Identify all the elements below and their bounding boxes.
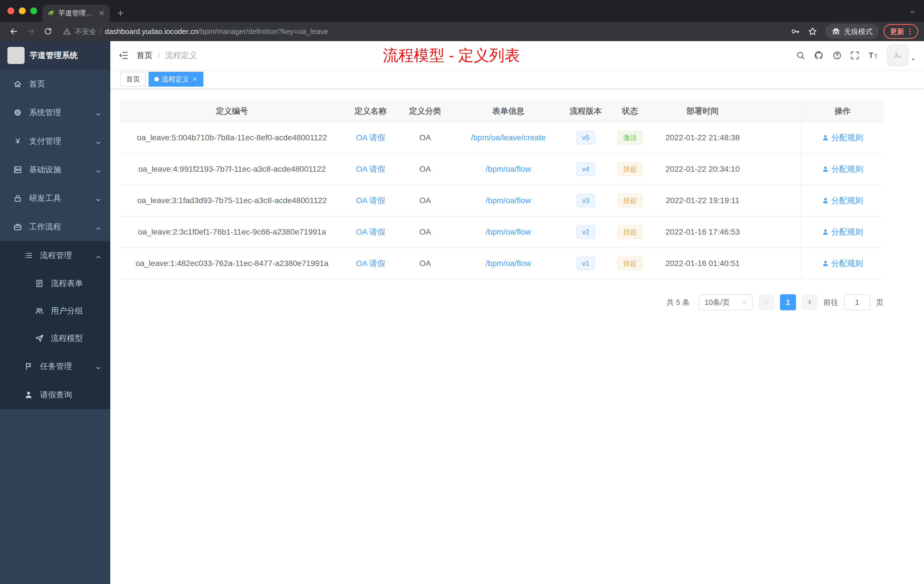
gear-icon bbox=[13, 108, 22, 117]
fullscreen-icon[interactable] bbox=[850, 51, 860, 60]
chevron-up-icon bbox=[95, 252, 102, 261]
goto-page-input[interactable] bbox=[844, 294, 870, 310]
app-logo[interactable]: 芋道管理系统 bbox=[0, 41, 110, 70]
chevron-down-icon bbox=[95, 195, 102, 204]
window-minimize-button[interactable] bbox=[19, 7, 26, 14]
browser-menu-kebab-icon[interactable] bbox=[906, 27, 914, 35]
reload-button[interactable] bbox=[40, 23, 56, 40]
sidebar-item-system-management[interactable]: 系统管理 bbox=[0, 98, 110, 127]
sidebar-item-task-management[interactable]: 任务管理 bbox=[0, 352, 110, 381]
sidebar-item-workflow[interactable]: 工作流程 bbox=[0, 213, 110, 241]
tab-close-icon[interactable] bbox=[98, 10, 105, 16]
yen-icon: ¥ bbox=[13, 137, 22, 146]
form-info-link[interactable]: /bpm/oa/flow bbox=[486, 259, 531, 268]
sidebar-item-label: 基础设施 bbox=[29, 164, 61, 175]
deploy-time: 2022-01-22 19:19:11 bbox=[666, 196, 739, 205]
definition-name-link[interactable]: OA 请假 bbox=[356, 132, 385, 143]
tab-title: 芋道管理系统 bbox=[58, 8, 95, 18]
process-form-icon bbox=[35, 279, 44, 288]
goto-label: 前往 bbox=[823, 297, 838, 307]
sidebar-item-label: 研发工具 bbox=[29, 193, 61, 204]
table-row: oa_leave:5:004b710b-7b8a-11ec-8ef0-acde4… bbox=[120, 122, 883, 154]
bookmark-star-button[interactable] bbox=[805, 23, 820, 40]
user-icon bbox=[822, 229, 829, 236]
assign-rule-link[interactable]: 分配规则 bbox=[822, 164, 863, 175]
chevron-down-icon bbox=[95, 363, 102, 372]
col-status: 状态 bbox=[607, 106, 653, 117]
window-zoom-button[interactable] bbox=[30, 7, 37, 14]
user-icon bbox=[822, 166, 829, 173]
assign-rule-link[interactable]: 分配规则 bbox=[822, 226, 863, 238]
window-close-button[interactable] bbox=[7, 7, 14, 14]
github-icon[interactable] bbox=[814, 50, 824, 61]
sidebar-item-process-management[interactable]: 流程管理 bbox=[0, 241, 110, 270]
forward-button[interactable] bbox=[23, 23, 39, 40]
form-info-link[interactable]: /bpm/oa/flow bbox=[486, 228, 531, 237]
window-controls bbox=[7, 7, 37, 14]
user-icon bbox=[822, 134, 829, 141]
search-icon[interactable] bbox=[796, 51, 805, 60]
definition-category: OA bbox=[419, 165, 431, 173]
sidebar-item-user-group[interactable]: 用户分组 bbox=[0, 297, 110, 325]
help-icon[interactable] bbox=[833, 51, 842, 60]
incognito-badge: 无痕模式 bbox=[825, 24, 879, 39]
status-tag: 挂起 bbox=[617, 225, 643, 239]
definition-id: oa_leave:2:3c1f0ef1-76b1-11ec-9c66-a2380… bbox=[138, 228, 326, 236]
user-group-icon bbox=[35, 307, 44, 315]
page-size-select[interactable]: 10条/页 bbox=[699, 294, 752, 310]
col-process-version: 流程版本 bbox=[564, 106, 607, 117]
avatar[interactable] bbox=[887, 45, 909, 66]
prev-page-button[interactable] bbox=[758, 294, 774, 310]
deploy-time: 2022-01-16 01:40:51 bbox=[665, 259, 740, 268]
user-icon bbox=[822, 197, 829, 204]
process-model-icon bbox=[35, 334, 44, 343]
definition-name-link[interactable]: OA 请假 bbox=[356, 258, 385, 269]
form-info-link[interactable]: /bpm/oa/flow bbox=[486, 165, 531, 174]
sidebar-item-devtools[interactable]: 研发工具 bbox=[0, 184, 110, 213]
total-count: 共 5 条 bbox=[667, 297, 690, 307]
sidebar-item-leave-query[interactable]: 请假查询 bbox=[0, 381, 110, 409]
browser-tab[interactable]: 芋道管理系统 bbox=[42, 5, 110, 22]
definition-name-link[interactable]: OA 请假 bbox=[356, 195, 385, 206]
sidebar-toggle-button[interactable] bbox=[110, 41, 137, 70]
assign-rule-link[interactable]: 分配规则 bbox=[822, 195, 863, 206]
tag-current[interactable]: 流程定义 bbox=[148, 72, 203, 87]
assign-rule-link[interactable]: 分配规则 bbox=[822, 258, 863, 269]
breadcrumb-home[interactable]: 首页 bbox=[137, 50, 153, 61]
password-key-button[interactable] bbox=[787, 23, 804, 40]
back-button[interactable] bbox=[6, 23, 22, 40]
sidebar-item-home[interactable]: 首页 bbox=[0, 70, 110, 98]
form-info-link[interactable]: /bpm/oa/leave/create bbox=[471, 133, 546, 142]
form-info-link[interactable]: /bpm/oa/flow bbox=[486, 196, 531, 205]
sidebar-item-payment-management[interactable]: ¥ 支付管理 bbox=[0, 127, 110, 155]
leave-query-icon bbox=[24, 391, 33, 399]
font-size-icon[interactable] bbox=[868, 50, 878, 61]
page-size-value: 10条/页 bbox=[705, 297, 730, 307]
new-tab-button[interactable] bbox=[113, 6, 128, 21]
page-annotation: 流程模型 - 定义列表 bbox=[383, 45, 520, 66]
tag-close-icon[interactable] bbox=[192, 76, 198, 82]
sidebar-item-label: 工作流程 bbox=[29, 221, 61, 232]
tab-search-button[interactable] bbox=[909, 6, 916, 16]
chevron-down-icon bbox=[95, 109, 102, 118]
status-tag: 挂起 bbox=[617, 257, 643, 270]
update-button[interactable]: 更新 bbox=[883, 24, 918, 39]
page-1-button[interactable]: 1 bbox=[780, 294, 796, 310]
sidebar-item-process-model[interactable]: 流程模型 bbox=[0, 325, 110, 352]
next-page-button[interactable] bbox=[802, 294, 818, 310]
definition-name-link[interactable]: OA 请假 bbox=[356, 164, 385, 175]
definition-name-link[interactable]: OA 请假 bbox=[356, 226, 385, 238]
browser-tab-strip: 芋道管理系统 bbox=[0, 0, 924, 22]
user-menu[interactable] bbox=[887, 45, 916, 66]
sidebar-item-label: 流程管理 bbox=[40, 250, 72, 261]
address-bar[interactable]: 不安全 dashboard.yudao.iocoder.cn/bpm/manag… bbox=[57, 23, 786, 40]
status-tag: 挂起 bbox=[617, 194, 643, 208]
definition-id: oa_leave:5:004b710b-7b8a-11ec-8ef0-acde4… bbox=[137, 133, 327, 142]
url-host: dashboard.yudao.iocoder.cn bbox=[105, 27, 198, 36]
assign-rule-link[interactable]: 分配规则 bbox=[822, 132, 863, 143]
tag-home[interactable]: 首页 bbox=[120, 72, 146, 87]
url-path: /bpm/manager/definition?key=oa_leave bbox=[198, 27, 328, 36]
sidebar-item-process-form[interactable]: 流程表单 bbox=[0, 270, 110, 297]
sidebar-item-infrastructure[interactable]: 基础设施 bbox=[0, 155, 110, 184]
col-definition-name: 定义名称 bbox=[343, 106, 398, 117]
